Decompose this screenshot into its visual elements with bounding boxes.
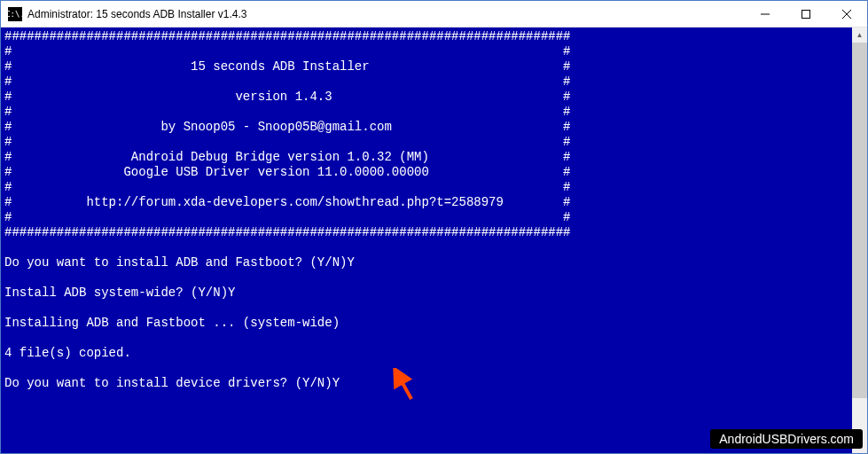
window-controls: [745, 1, 867, 27]
vertical-scrollbar[interactable]: ▲ ▼: [852, 27, 867, 453]
scroll-track[interactable]: [852, 43, 867, 438]
application-window: C:\. Administrator: 15 seconds ADB Insta…: [0, 0, 868, 454]
minimize-button[interactable]: [745, 1, 786, 27]
minimize-icon: [761, 10, 770, 19]
window-title: Administrator: 15 seconds ADB Installer …: [27, 8, 745, 20]
maximize-button[interactable]: [786, 1, 826, 27]
svg-rect-1: [802, 10, 810, 18]
scroll-thumb[interactable]: [852, 43, 867, 398]
watermark-badge: AndroidUSBDrivers.com: [710, 429, 863, 449]
titlebar[interactable]: C:\. Administrator: 15 seconds ADB Insta…: [1, 1, 867, 27]
close-icon: [842, 10, 851, 19]
console-output[interactable]: ########################################…: [1, 27, 852, 453]
console-area: ########################################…: [1, 27, 867, 453]
close-button[interactable]: [826, 1, 867, 27]
maximize-icon: [802, 10, 810, 19]
scroll-up-arrow[interactable]: ▲: [852, 27, 867, 43]
cmd-icon: C:\.: [8, 7, 22, 21]
